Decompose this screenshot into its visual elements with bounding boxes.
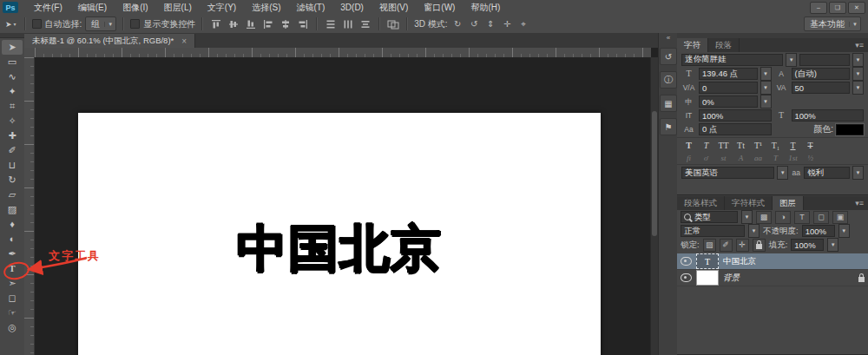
panel-menu-icon[interactable]: ▾≡ xyxy=(855,41,868,49)
auto-align-layers-button[interactable] xyxy=(386,17,400,30)
quick-selection-tool[interactable]: ✦ xyxy=(2,84,23,99)
eraser-tool[interactable]: ▱ xyxy=(2,187,23,202)
strikethrough-button[interactable]: T xyxy=(803,139,818,151)
layer-name[interactable]: 中国北京 xyxy=(723,256,756,267)
blur-tool[interactable]: ♦ xyxy=(2,217,23,232)
font-style-dropdown[interactable] xyxy=(799,54,850,66)
menu-window[interactable]: 窗口(W) xyxy=(416,0,463,15)
chevron-down-icon[interactable]: ▼ xyxy=(838,224,850,238)
ordinals-button[interactable]: 1st xyxy=(786,153,800,164)
shape-tool[interactable]: ◻ xyxy=(2,291,23,306)
chevron-down-icon[interactable]: ▼ xyxy=(852,53,864,67)
filter-smart-objects-icon[interactable]: ▣ xyxy=(832,211,848,224)
move-tool[interactable]: ➤ xyxy=(2,40,23,55)
faux-bold-button[interactable]: T xyxy=(681,139,696,151)
tab-close-icon[interactable]: × xyxy=(181,36,187,46)
menu-edit[interactable]: 编辑(E) xyxy=(70,0,115,15)
auto-select-dropdown[interactable]: 组 ▼ xyxy=(85,16,116,31)
show-transform-checkbox[interactable] xyxy=(130,19,140,29)
auto-select-checkbox[interactable] xyxy=(32,19,42,29)
underline-button[interactable]: T xyxy=(786,139,800,151)
tab-layers[interactable]: 图层 xyxy=(773,196,804,210)
3d-roll-icon[interactable]: ↺ xyxy=(468,19,481,29)
vertical-scale-field[interactable]: 100% xyxy=(699,109,772,122)
language-dropdown[interactable]: 美国英语 xyxy=(681,167,774,179)
gradient-tool[interactable]: ▨ xyxy=(2,202,23,217)
history-panel-icon[interactable]: ↺ xyxy=(660,48,677,65)
filter-pixel-layers-icon[interactable]: ▩ xyxy=(756,211,772,224)
eyedropper-tool[interactable]: ✧ xyxy=(2,114,23,128)
3d-scale-icon[interactable]: ⌖ xyxy=(517,19,530,30)
history-brush-tool[interactable]: ↻ xyxy=(2,173,23,187)
marquee-tool[interactable]: ▭ xyxy=(2,55,23,69)
kerning-field[interactable]: 0 xyxy=(699,82,758,94)
restore-button[interactable]: ❏ xyxy=(829,2,846,14)
healing-brush-tool[interactable]: ✚ xyxy=(2,128,23,143)
tab-paragraph[interactable]: 段落 xyxy=(708,38,740,52)
layer-visibility-eye-icon[interactable] xyxy=(681,257,692,266)
document-tab[interactable]: 未标题-1 @ 60.1% (中国北京, RGB/8)* × xyxy=(24,34,195,48)
vertical-ruler[interactable] xyxy=(24,57,35,355)
menu-select[interactable]: 选择(S) xyxy=(244,0,288,15)
align-right-edges-button[interactable] xyxy=(296,17,310,30)
font-family-dropdown[interactable]: 迷你简胖娃 xyxy=(681,54,783,66)
menu-type[interactable]: 文字(Y) xyxy=(200,0,244,15)
dodge-tool[interactable]: ◐ xyxy=(2,232,23,247)
swash-button[interactable]: A xyxy=(733,153,748,164)
3d-orbit-icon[interactable]: ↻ xyxy=(451,19,464,29)
anti-alias-dropdown[interactable]: 锐利 xyxy=(804,167,850,179)
tab-character-styles[interactable]: 字符样式 xyxy=(725,196,773,210)
chevron-down-icon[interactable]: ▼ xyxy=(760,81,772,95)
close-button[interactable]: ✕ xyxy=(848,2,865,14)
filter-adjustment-layers-icon[interactable]: ◑ xyxy=(775,211,791,224)
titling-alternates-button[interactable]: T xyxy=(768,153,783,164)
clone-stamp-tool[interactable]: ⊔ xyxy=(2,158,23,173)
align-bottom-edges-button[interactable] xyxy=(244,17,258,30)
stylistic-alternates-button[interactable]: aa xyxy=(751,153,766,164)
baseline-shift-field[interactable]: 0 点 xyxy=(699,123,772,135)
workspace-switcher[interactable]: 基本功能 ▼ xyxy=(804,16,861,31)
contextual-alternates-button[interactable]: ơ xyxy=(699,153,713,164)
layer-filter-dropdown[interactable]: 类型 xyxy=(681,211,738,223)
lock-image-pixels-icon[interactable]: ✐ xyxy=(720,239,733,252)
layer-name[interactable]: 背景 xyxy=(723,273,740,284)
tool-preset-picker[interactable]: ➤ ▾ xyxy=(3,20,18,29)
align-top-edges-button[interactable] xyxy=(209,17,223,30)
all-caps-button[interactable]: TT xyxy=(716,139,731,151)
layer-row-text[interactable]: T 中国北京 xyxy=(677,253,868,270)
properties-panel-icon[interactable]: ▦ xyxy=(660,95,677,112)
layer-visibility-eye-icon[interactable] xyxy=(681,273,692,282)
chevron-down-icon[interactable]: ▼ xyxy=(748,224,760,238)
zoom-tool[interactable]: ◎ xyxy=(2,320,23,335)
blend-mode-dropdown[interactable]: 正常 xyxy=(681,225,745,237)
font-size-field[interactable]: 139.46 点 xyxy=(699,68,758,80)
proportional-spacing-field[interactable]: 0% xyxy=(699,95,758,108)
menu-file[interactable]: 文件(F) xyxy=(26,0,70,15)
3d-pan-icon[interactable]: ⇕ xyxy=(484,19,497,29)
distribute-top-edges-button[interactable] xyxy=(324,17,338,30)
background-layer-thumbnail[interactable] xyxy=(696,270,719,286)
ligatures-button[interactable]: fi xyxy=(681,153,696,164)
opacity-field[interactable]: 100% xyxy=(802,225,835,237)
horizontal-scale-field[interactable]: 100% xyxy=(792,109,865,122)
chevron-down-icon[interactable]: ▼ xyxy=(852,166,864,180)
chevron-down-icon[interactable]: ▼ xyxy=(827,238,838,252)
leading-field[interactable]: (自动) xyxy=(792,68,851,80)
menu-3d[interactable]: 3D(D) xyxy=(332,0,372,15)
panel-menu-icon[interactable]: ▾≡ xyxy=(855,199,868,207)
align-vertical-centers-button[interactable] xyxy=(227,17,240,30)
menu-image[interactable]: 图像(I) xyxy=(115,0,155,15)
dock-collapse-icon[interactable]: « xyxy=(667,34,670,42)
canvas-area[interactable]: 中国北京 xyxy=(35,57,651,355)
lock-transparent-pixels-icon[interactable]: ▨ xyxy=(703,239,716,252)
filter-shape-layers-icon[interactable]: ◻ xyxy=(813,211,829,224)
info-panel-icon[interactable]: ⓘ xyxy=(660,71,677,89)
lock-position-icon[interactable]: ✛ xyxy=(736,239,749,252)
menu-view[interactable]: 视图(V) xyxy=(372,0,416,15)
small-caps-button[interactable]: Tt xyxy=(733,139,748,151)
lock-all-icon[interactable] xyxy=(753,239,766,252)
tab-character[interactable]: 字符 xyxy=(677,38,708,52)
layer-row-background[interactable]: 背景 xyxy=(677,270,868,286)
distribute-horizontal-centers-button[interactable] xyxy=(358,17,372,30)
menu-help[interactable]: 帮助(H) xyxy=(463,0,508,15)
